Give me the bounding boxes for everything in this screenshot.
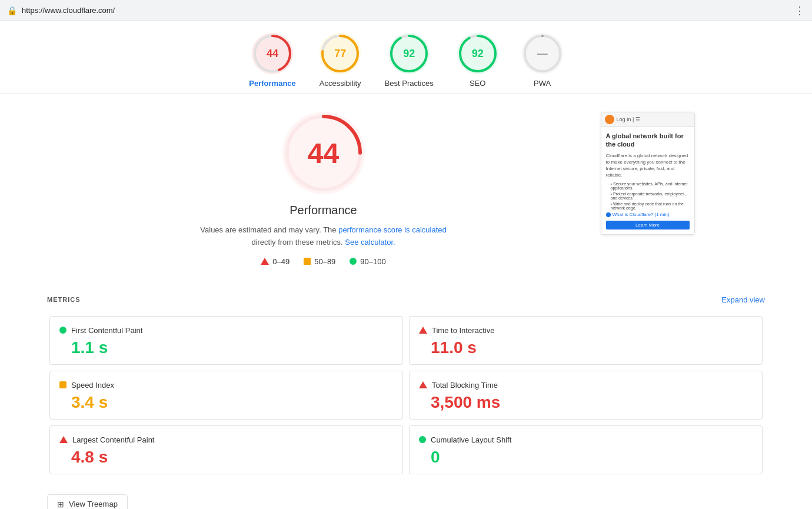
legend-bad-icon bbox=[261, 258, 269, 265]
metric-name-fcp: First Contentful Paint bbox=[71, 326, 142, 335]
tab-label-3: SEO bbox=[470, 79, 485, 88]
right-panel: Log In | ☰ A global network built for th… bbox=[601, 112, 695, 235]
preview-header: Log In | ☰ bbox=[601, 112, 694, 127]
metric-name-si: Speed Index bbox=[71, 381, 114, 390]
score-tab-accessibility[interactable]: 77 Accessibility bbox=[320, 33, 361, 88]
tab-label-2: Best Practices bbox=[385, 79, 434, 88]
calculator-link[interactable]: See calculator. bbox=[345, 238, 395, 247]
big-score-number: 44 bbox=[308, 137, 339, 169]
metric-value-tbt: 3,500 ms bbox=[431, 393, 753, 412]
browser-bar: 🔒 https://www.cloudflare.com/ ⋮ bbox=[0, 0, 812, 21]
metric-name-tbt: Total Blocking Time bbox=[432, 381, 498, 390]
preview-body: A global network built for the cloud Clo… bbox=[601, 127, 694, 234]
metric-card-tti: Time to Interactive 11.0 s bbox=[409, 316, 763, 365]
score-description: Values are estimated and may vary. The p… bbox=[194, 224, 453, 249]
preview-nav-text: Log In | ☰ bbox=[617, 117, 640, 122]
tab-label-1: Accessibility bbox=[320, 79, 361, 88]
legend-average-label: 50–89 bbox=[314, 257, 335, 266]
preview-title: A global network built for the cloud bbox=[606, 132, 690, 149]
score-tabs: 44 Performance 77 Accessibility 92 Best … bbox=[0, 21, 812, 94]
preview-video-link[interactable]: What is Cloudflare? (1 min) bbox=[606, 212, 690, 217]
metric-card-lcp: Largest Contentful Paint 4.8 s bbox=[49, 425, 403, 474]
preview-learn-more-btn[interactable]: Learn More bbox=[606, 221, 690, 229]
metric-indicator-tbt bbox=[419, 381, 427, 388]
metric-header-cls: Cumulative Layout Shift bbox=[419, 435, 753, 444]
performance-score-link[interactable]: performance score is calculated bbox=[338, 225, 447, 234]
view-treemap-button[interactable]: ⊞ View Treemap bbox=[47, 494, 128, 509]
url-bar[interactable]: https://www.cloudflare.com/ bbox=[22, 6, 794, 15]
main-content: 44 Performance Values are estimated and … bbox=[0, 94, 812, 295]
metric-value-fcp: 1.1 s bbox=[71, 338, 393, 357]
legend-good: 90–100 bbox=[350, 257, 385, 266]
legend-average: 50–89 bbox=[304, 257, 335, 266]
preview-bullet-3: • Write and deploy code that runs on the… bbox=[606, 202, 690, 210]
preview-box: Log In | ☰ A global network built for th… bbox=[601, 112, 695, 235]
score-tab-performance[interactable]: 44 Performance bbox=[249, 33, 295, 88]
metric-value-tti: 11.0 s bbox=[431, 338, 753, 357]
metric-header-tbt: Total Blocking Time bbox=[419, 381, 753, 390]
score-tab-best-practices[interactable]: 92 Best Practices bbox=[385, 33, 434, 88]
lock-icon: 🔒 bbox=[7, 6, 17, 15]
metric-indicator-tti bbox=[419, 327, 427, 334]
legend-good-icon bbox=[350, 258, 357, 265]
legend-bad: 0–49 bbox=[261, 257, 289, 266]
metrics-label: METRICS bbox=[47, 296, 81, 303]
preview-bullet-2: • Protect corporate networks, employees,… bbox=[606, 192, 690, 200]
preview-bullet-1: • Secure your websites, APIs, and Intern… bbox=[606, 182, 690, 190]
expand-view-button[interactable]: Expand view bbox=[721, 295, 765, 304]
metric-indicator-si bbox=[59, 381, 66, 388]
big-score-title: Performance bbox=[289, 204, 357, 217]
metric-indicator-lcp bbox=[59, 436, 68, 443]
metric-card-cls: Cumulative Layout Shift 0 bbox=[409, 425, 763, 474]
metric-name-cls: Cumulative Layout Shift bbox=[431, 435, 511, 444]
metrics-header: METRICS Expand view bbox=[47, 295, 765, 304]
metric-value-cls: 0 bbox=[431, 448, 753, 467]
legend-good-label: 90–100 bbox=[360, 257, 385, 266]
more-menu-icon[interactable]: ⋮ bbox=[794, 4, 805, 17]
score-tab-pwa[interactable]: — PWA bbox=[522, 33, 563, 88]
big-score-container: 44 Performance Values are estimated and … bbox=[118, 112, 530, 266]
treemap-btn-label: View Treemap bbox=[69, 500, 118, 508]
metric-header-lcp: Largest Contentful Paint bbox=[59, 435, 393, 444]
tab-label-0: Performance bbox=[249, 79, 295, 88]
metric-card-si: Speed Index 3.4 s bbox=[49, 371, 403, 420]
metric-header-si: Speed Index bbox=[59, 381, 393, 390]
description-text: Values are estimated and may vary. The bbox=[200, 225, 338, 234]
tab-label-4: PWA bbox=[534, 79, 551, 88]
treemap-section: ⊞ View Treemap bbox=[0, 488, 812, 509]
big-score-circle: 44 bbox=[282, 112, 365, 194]
cloudflare-logo bbox=[605, 115, 614, 124]
preview-link-text: What is Cloudflare? (1 min) bbox=[613, 212, 670, 217]
description-mid: directly from these metrics. bbox=[251, 238, 345, 247]
metric-card-fcp: First Contentful Paint 1.1 s bbox=[49, 316, 403, 365]
metric-name-lcp: Largest Contentful Paint bbox=[72, 435, 154, 444]
metrics-section: METRICS Expand view First Contentful Pai… bbox=[0, 295, 812, 488]
metrics-grid: First Contentful Paint 1.1 s Time to Int… bbox=[47, 314, 765, 477]
metric-card-tbt: Total Blocking Time 3,500 ms bbox=[409, 371, 763, 420]
treemap-icon: ⊞ bbox=[57, 500, 64, 509]
legend-average-icon bbox=[304, 258, 311, 265]
metric-header-tti: Time to Interactive bbox=[419, 326, 753, 335]
legend-bad-label: 0–49 bbox=[272, 257, 289, 266]
preview-body-text: Cloudflare is a global network designed … bbox=[606, 152, 690, 179]
metric-indicator-fcp bbox=[59, 327, 66, 334]
play-icon bbox=[606, 212, 611, 217]
left-panel: 44 Performance Values are estimated and … bbox=[118, 112, 530, 278]
metric-indicator-cls bbox=[419, 436, 426, 443]
metric-value-lcp: 4.8 s bbox=[71, 448, 393, 467]
metric-header-fcp: First Contentful Paint bbox=[59, 326, 393, 335]
score-tab-seo[interactable]: 92 SEO bbox=[457, 33, 498, 88]
legend: 0–49 50–89 90–100 bbox=[261, 257, 385, 266]
metric-name-tti: Time to Interactive bbox=[432, 326, 494, 335]
metric-value-si: 3.4 s bbox=[71, 393, 393, 412]
